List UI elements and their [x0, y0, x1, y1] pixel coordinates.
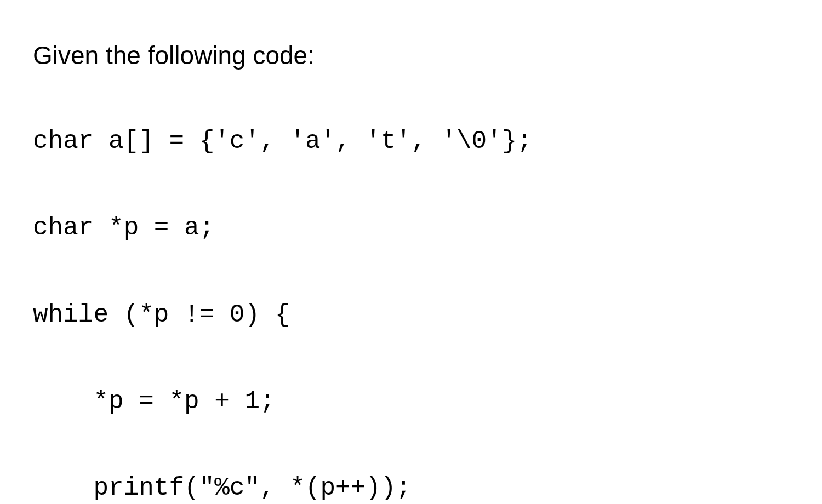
code-line-4: *p = *p + 1;: [33, 380, 789, 423]
intro-text: Given the following code:: [33, 38, 789, 72]
code-line-3: while (*p != 0) {: [33, 294, 789, 337]
code-line-5: printf("%c", *(p++));: [33, 467, 789, 504]
code-block: char a[] = {'c', 'a', 't', '\0'}; char *…: [33, 77, 789, 504]
code-line-2: char *p = a;: [33, 207, 789, 250]
code-line-1: char a[] = {'c', 'a', 't', '\0'};: [33, 120, 789, 163]
